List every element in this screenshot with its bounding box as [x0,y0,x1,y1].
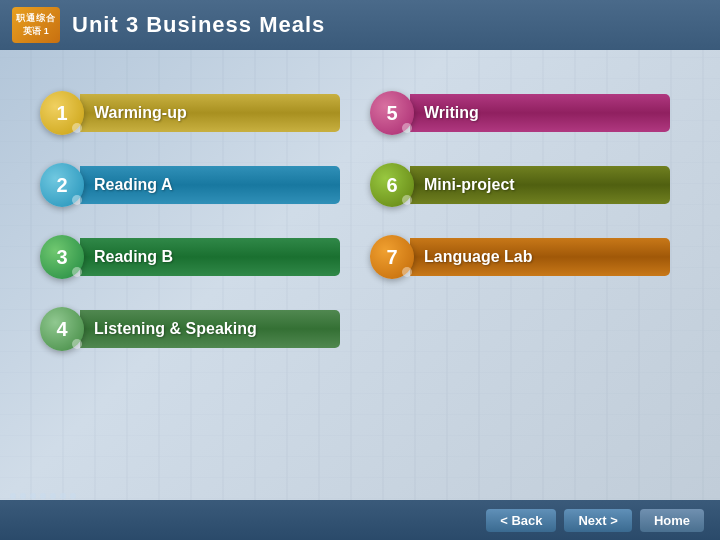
menu-number-5: 5 [370,91,414,135]
menu-number-1: 1 [40,91,84,135]
dot [40,493,46,499]
menu-number-2: 2 [40,163,84,207]
dot [50,493,56,499]
dot [70,493,76,499]
menu-label-7: Language Lab [410,238,670,276]
back-button[interactable]: < Back [486,509,556,532]
logo-line1: 职通综合 [16,12,56,25]
dot [60,493,66,499]
menu-number-7: 7 [370,235,414,279]
logo-line2: 英语 1 [23,25,49,38]
menu-label-4: Listening & Speaking [80,310,340,348]
menu-label-3: Reading B [80,238,340,276]
menu-item-1[interactable]: 1Warming-up [50,90,340,136]
home-button[interactable]: Home [640,509,704,532]
menu-label-5: Writing [410,94,670,132]
menu-item-3[interactable]: 3Reading B [50,234,340,280]
menu-item-2[interactable]: 2Reading A [50,162,340,208]
menu-item-5[interactable]: 5Writing [380,90,670,136]
bottom-dots [0,492,720,500]
menu-item-7[interactable]: 7Language Lab [380,234,670,280]
menu-grid: 1Warming-up5Writing2Reading A6Mini-proje… [0,60,720,380]
menu-number-4: 4 [40,307,84,351]
menu-label-2: Reading A [80,166,340,204]
dot [10,493,16,499]
menu-item-4[interactable]: 4Listening & Speaking [50,306,340,352]
menu-number-3: 3 [40,235,84,279]
menu-item-6[interactable]: 6Mini-project [380,162,670,208]
next-button[interactable]: Next > [564,509,631,532]
logo: 职通综合 英语 1 [12,7,60,43]
menu-label-6: Mini-project [410,166,670,204]
menu-number-6: 6 [370,163,414,207]
dot [20,493,26,499]
page-title: Unit 3 Business Meals [72,12,325,38]
header: 职通综合 英语 1 Unit 3 Business Meals [0,0,720,50]
dot [30,493,36,499]
menu-label-1: Warming-up [80,94,340,132]
footer: < Back Next > Home [0,500,720,540]
